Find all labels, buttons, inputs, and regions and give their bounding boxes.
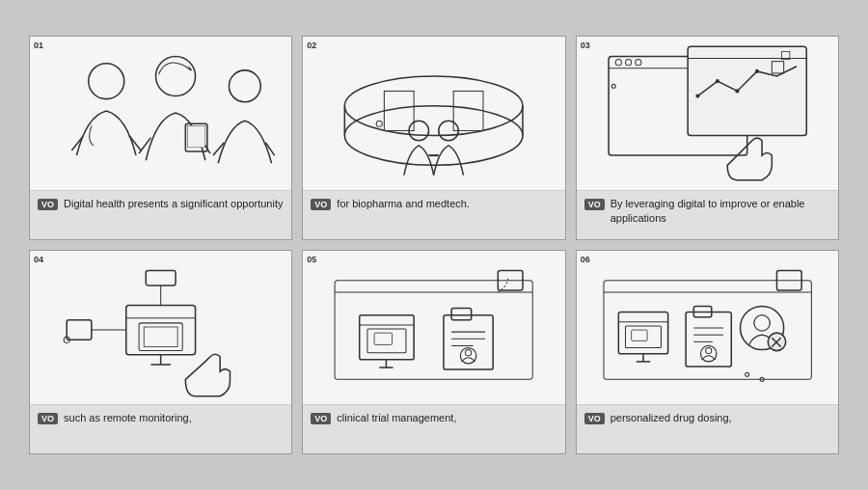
svg-point-3 (156, 57, 196, 96)
card-06-image: 06 (577, 251, 838, 405)
card-03-image: 03 (577, 37, 838, 191)
vo-badge-04: VO (38, 413, 58, 424)
svg-rect-67 (625, 326, 661, 348)
svg-rect-7 (187, 125, 204, 148)
card-05-image: 05 (303, 251, 564, 405)
svg-point-29 (716, 79, 719, 83)
card-01-number: 01 (34, 41, 43, 50)
svg-line-1 (71, 136, 83, 150)
card-03-caption: VO By leveraging digital to improve or e… (577, 191, 838, 239)
svg-point-79 (754, 315, 770, 331)
svg-point-30 (735, 89, 739, 93)
svg-point-83 (745, 372, 748, 376)
storyboard-grid: 01 (19, 26, 849, 464)
svg-rect-46 (335, 281, 532, 380)
svg-rect-44 (146, 271, 176, 286)
svg-point-34 (611, 84, 615, 88)
card-06: 06 (576, 250, 839, 454)
caption-text-06: personalized drug dosing, (610, 411, 732, 425)
card-03-number: 03 (581, 41, 590, 50)
card-04-image: 04 (30, 251, 291, 405)
vo-badge-03: VO (584, 199, 605, 210)
card-02-number: 02 (307, 41, 316, 50)
card-02-caption: VO for biopharma and medtech. (303, 191, 564, 239)
vo-badge-05: VO (311, 413, 331, 424)
card-05: 05 (302, 250, 565, 454)
card-01-image: 01 (30, 37, 291, 191)
svg-rect-26 (688, 46, 806, 135)
svg-rect-16 (454, 91, 484, 130)
svg-point-8 (229, 70, 260, 102)
vo-badge-06: VO (584, 413, 605, 424)
vo-badge-01: VO (38, 199, 58, 210)
caption-text-01: Digital health presents a significant op… (64, 197, 283, 211)
card-06-caption: VO personalized drug dosing, (577, 405, 838, 453)
caption-text-04: such as remote monitoring, (64, 411, 192, 425)
svg-rect-15 (385, 91, 415, 130)
card-01: 01 (29, 36, 292, 240)
svg-point-61 (466, 350, 472, 356)
svg-rect-35 (126, 305, 196, 354)
svg-point-24 (625, 60, 631, 66)
card-04-number: 04 (34, 255, 43, 264)
svg-rect-71 (686, 313, 731, 367)
card-01-caption: VO Digital health presents a significant… (30, 191, 291, 239)
svg-rect-55 (444, 315, 493, 369)
card-05-number: 05 (307, 255, 316, 264)
svg-rect-68 (631, 330, 646, 340)
svg-line-2 (129, 136, 141, 150)
svg-rect-51 (367, 329, 406, 353)
svg-point-31 (755, 69, 759, 73)
card-06-number: 06 (581, 255, 590, 264)
card-04: 04 (29, 250, 292, 454)
card-04-caption: VO such as remote monitoring, (30, 405, 291, 453)
card-05-caption: VO clinical trial management, (303, 405, 564, 453)
caption-text-03: By leveraging digital to improve or enab… (610, 197, 830, 227)
card-03: 03 (576, 36, 839, 240)
svg-point-77 (705, 348, 711, 354)
card-02-image: 02 (303, 37, 564, 191)
svg-point-28 (695, 94, 699, 97)
svg-rect-56 (451, 308, 472, 319)
caption-text-02: for biopharma and medtech. (337, 197, 470, 211)
svg-point-20 (376, 121, 382, 126)
card-02: 02 VO (302, 36, 565, 240)
vo-badge-02: VO (311, 199, 331, 210)
caption-text-05: clinical trial management, (337, 411, 456, 425)
svg-rect-52 (374, 333, 392, 344)
svg-point-0 (89, 64, 124, 99)
svg-rect-38 (144, 327, 177, 347)
svg-point-25 (635, 60, 640, 66)
svg-point-23 (615, 60, 621, 66)
svg-rect-42 (67, 320, 92, 340)
